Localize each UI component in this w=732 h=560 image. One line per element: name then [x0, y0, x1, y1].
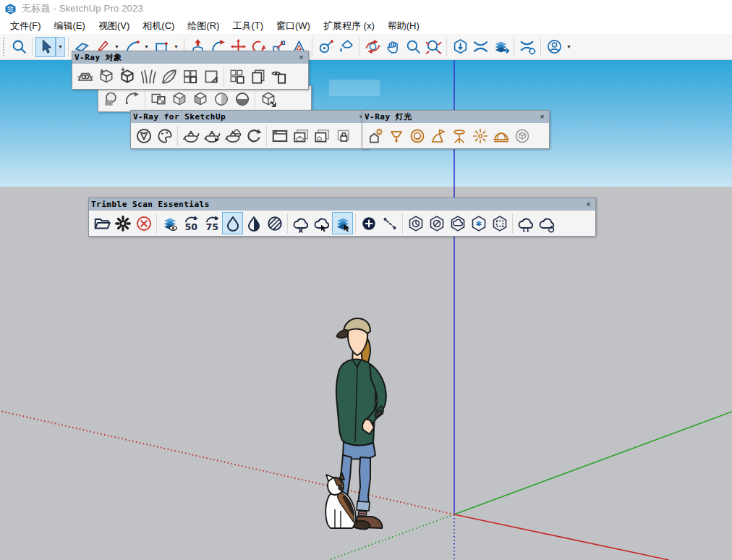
light-gen-icon[interactable] — [365, 124, 386, 147]
toolbar-separator — [266, 126, 267, 146]
add-point-icon[interactable] — [358, 212, 379, 234]
cloud-import-icon[interactable] — [515, 212, 536, 234]
vray-logo-icon[interactable] — [133, 124, 154, 147]
frames-pair-icon[interactable] — [247, 65, 268, 88]
sketchup-logo-icon — [4, 3, 17, 15]
extension-manager-icon[interactable] — [517, 37, 537, 57]
zoom-icon[interactable] — [403, 37, 423, 57]
measure-points-icon[interactable] — [379, 212, 400, 234]
person-figure[interactable] — [319, 313, 397, 532]
close-icon[interactable]: × — [584, 200, 593, 209]
sphere-half-icon[interactable] — [231, 88, 252, 110]
menu-view[interactable]: 视图(V) — [92, 18, 136, 34]
hatch-circle-icon[interactable] — [264, 212, 285, 234]
hex-disable-icon[interactable] — [426, 212, 447, 234]
enmesh-icon[interactable] — [179, 65, 200, 88]
proxy-import-icon[interactable] — [116, 65, 137, 88]
eye-cube-icon[interactable] — [268, 65, 289, 88]
pan-icon[interactable] — [383, 37, 403, 57]
account-dropdown[interactable]: ▼ — [564, 37, 574, 57]
scan-pick-icon[interactable] — [332, 212, 353, 234]
share-model-icon[interactable] — [490, 37, 511, 57]
zoom-extents-icon[interactable] — [423, 37, 443, 57]
density-50-icon[interactable]: 50 — [180, 212, 201, 234]
settings-gear-icon[interactable] — [112, 212, 133, 234]
select-arrow-icon[interactable] — [35, 37, 56, 57]
hex-scan-icon[interactable] — [468, 212, 489, 234]
toolbar-separator — [255, 89, 255, 109]
render-cloud-icon[interactable] — [222, 124, 243, 147]
toolbar-drag-handle[interactable] — [3, 38, 6, 56]
toolbar-vray-main-titlebar[interactable]: V-Ray for SketchUp× — [131, 111, 368, 123]
ies-light-icon[interactable] — [448, 124, 469, 147]
contrast-drop-icon[interactable] — [243, 212, 264, 234]
open-folder-icon[interactable] — [91, 212, 112, 234]
fading-tooltip — [329, 80, 380, 96]
frame-lock-icon[interactable] — [332, 124, 353, 147]
detach-scan-icon[interactable] — [133, 212, 154, 234]
extension-warehouse-icon[interactable] — [470, 37, 490, 57]
uv-arc-icon[interactable] — [122, 88, 142, 110]
toolbar-vray-objects-titlebar[interactable]: V-Ray 对象× — [72, 51, 308, 64]
render-icon[interactable] — [180, 124, 201, 147]
toolbar-separator — [287, 213, 288, 234]
dome-light-icon[interactable] — [490, 124, 511, 147]
toolbar-separator — [312, 38, 312, 56]
fur-icon[interactable] — [137, 65, 158, 88]
menu-extensions[interactable]: 扩展程序 (x) — [317, 18, 381, 34]
cloud-download-pick-icon[interactable] — [311, 212, 332, 234]
menu-camera[interactable]: 相机(C) — [136, 18, 181, 34]
asset-palette-icon[interactable] — [154, 124, 175, 147]
menu-window[interactable]: 窗口(W) — [270, 18, 317, 34]
box-pick-icon[interactable] — [258, 88, 278, 110]
density-75-icon[interactable]: 75 — [201, 212, 222, 234]
frame-image-icon[interactable] — [311, 124, 332, 147]
toolbar-title: V-Ray 对象 — [75, 52, 297, 63]
scan-visibility-icon[interactable] — [159, 212, 180, 234]
hex-history-icon[interactable] — [405, 212, 426, 234]
toolbar-vray-lights-titlebar[interactable]: V-Ray 灯光× — [362, 111, 549, 123]
warehouse-3d-icon[interactable] — [450, 37, 470, 57]
close-icon[interactable]: × — [297, 53, 306, 62]
toolbar-separator — [359, 38, 359, 56]
orbit-icon[interactable] — [362, 37, 383, 57]
rect-light-icon[interactable] — [386, 124, 407, 147]
cloud-remove-icon[interactable] — [290, 212, 311, 234]
clipper-icon[interactable] — [158, 65, 179, 88]
infinite-plane-icon[interactable] — [75, 65, 95, 88]
cube-check-icon[interactable] — [169, 88, 190, 110]
hex-region-icon[interactable] — [489, 212, 510, 234]
interactive-render-icon[interactable] — [243, 124, 264, 147]
menu-help[interactable]: 帮助(H) — [381, 18, 426, 34]
hex-cloud-icon[interactable] — [447, 212, 468, 234]
frame-render-icon[interactable] — [290, 124, 311, 147]
account-icon[interactable] — [544, 37, 564, 57]
point-drop-icon[interactable] — [222, 212, 243, 234]
cube-check2-icon[interactable] — [190, 88, 210, 110]
toolbar-trimble-scan: Trimble Scan Essentials×5075 — [88, 198, 596, 237]
decal-icon[interactable] — [200, 65, 221, 88]
sphere-check-icon[interactable] — [210, 88, 231, 110]
spot-light-icon[interactable] — [427, 124, 448, 147]
cloud-sync-icon[interactable] — [536, 212, 557, 234]
toolbar-trimble-scan-titlebar[interactable]: Trimble Scan Essentials× — [89, 198, 595, 211]
omni-light-icon[interactable] — [469, 124, 490, 147]
close-icon[interactable]: × — [537, 112, 547, 122]
render-last-icon[interactable] — [201, 124, 222, 147]
menu-file[interactable]: 文件(F) — [4, 18, 48, 34]
mat-sphere-icon[interactable] — [101, 88, 122, 110]
box-check-icon[interactable] — [148, 88, 169, 110]
select-arrow-dropdown[interactable]: ▼ — [56, 37, 65, 57]
paint-bucket-icon[interactable] — [336, 37, 356, 57]
menu-draw[interactable]: 绘图(R) — [181, 18, 226, 34]
scatter-icon[interactable] — [226, 65, 247, 88]
toolbar-separator — [145, 89, 145, 109]
mesh-light-icon[interactable] — [511, 124, 532, 147]
menu-tools[interactable]: 工具(T) — [226, 18, 270, 34]
proxy-export-icon[interactable] — [95, 65, 116, 88]
search-icon[interactable] — [9, 37, 29, 57]
sphere-light-icon[interactable] — [407, 124, 427, 147]
tape-measure-icon[interactable] — [315, 37, 336, 57]
menu-edit[interactable]: 编辑(E) — [48, 18, 92, 34]
frame-buffer-icon[interactable] — [269, 124, 290, 147]
